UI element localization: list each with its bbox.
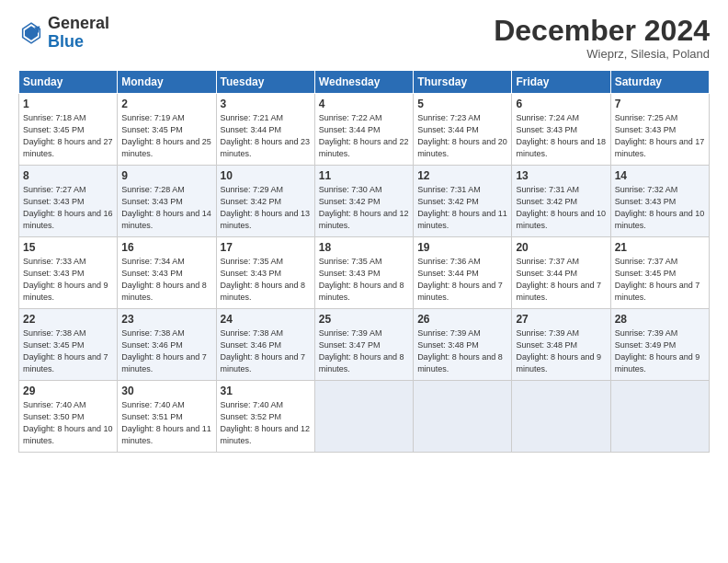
day-info: Sunrise: 7:40 AMSunset: 3:52 PMDaylight:… — [221, 399, 311, 447]
calendar-week-row: 15Sunrise: 7:33 AMSunset: 3:43 PMDayligh… — [19, 237, 710, 309]
calendar-cell: 7Sunrise: 7:25 AMSunset: 3:43 PMDaylight… — [610, 94, 709, 166]
day-info: Sunrise: 7:33 AMSunset: 3:43 PMDaylight:… — [23, 256, 113, 304]
weekday-header: Monday — [118, 71, 216, 94]
day-info: Sunrise: 7:35 AMSunset: 3:43 PMDaylight:… — [319, 256, 409, 304]
day-info: Sunrise: 7:22 AMSunset: 3:44 PMDaylight:… — [319, 112, 409, 160]
calendar-cell: 18Sunrise: 7:35 AMSunset: 3:43 PMDayligh… — [314, 237, 413, 309]
calendar-cell: 15Sunrise: 7:33 AMSunset: 3:43 PMDayligh… — [19, 237, 118, 309]
day-number: 6 — [516, 98, 606, 110]
calendar-cell: 2Sunrise: 7:19 AMSunset: 3:45 PMDaylight… — [118, 94, 216, 166]
day-info: Sunrise: 7:25 AMSunset: 3:43 PMDaylight:… — [615, 112, 705, 160]
calendar-cell — [314, 381, 413, 453]
day-number: 7 — [615, 98, 705, 110]
weekday-header: Saturday — [610, 71, 709, 94]
calendar-cell — [512, 381, 610, 453]
day-number: 15 — [23, 241, 113, 254]
day-number: 10 — [221, 169, 311, 182]
calendar-cell: 13Sunrise: 7:31 AMSunset: 3:42 PMDayligh… — [512, 166, 610, 237]
calendar-cell: 11Sunrise: 7:30 AMSunset: 3:42 PMDayligh… — [314, 166, 413, 237]
page: GeneralBlue December 2024 Wieprz, Silesi… — [0, 0, 728, 563]
calendar-week-row: 8Sunrise: 7:27 AMSunset: 3:43 PMDaylight… — [19, 166, 710, 237]
day-info: Sunrise: 7:18 AMSunset: 3:45 PMDaylight:… — [23, 112, 113, 160]
day-number: 25 — [319, 313, 409, 326]
calendar-cell: 6Sunrise: 7:24 AMSunset: 3:43 PMDaylight… — [512, 94, 610, 166]
day-number: 14 — [615, 169, 705, 182]
day-info: Sunrise: 7:32 AMSunset: 3:43 PMDaylight:… — [615, 184, 705, 232]
header: GeneralBlue December 2024 Wieprz, Silesi… — [18, 15, 710, 61]
calendar-cell: 27Sunrise: 7:39 AMSunset: 3:48 PMDayligh… — [512, 309, 610, 381]
calendar-cell: 1Sunrise: 7:18 AMSunset: 3:45 PMDaylight… — [19, 94, 118, 166]
day-number: 12 — [417, 169, 507, 182]
weekday-header: Wednesday — [314, 71, 413, 94]
day-info: Sunrise: 7:19 AMSunset: 3:45 PMDaylight:… — [121, 112, 211, 160]
calendar-cell: 23Sunrise: 7:38 AMSunset: 3:46 PMDayligh… — [118, 309, 216, 381]
day-info: Sunrise: 7:37 AMSunset: 3:44 PMDaylight:… — [516, 256, 606, 304]
day-number: 9 — [121, 169, 211, 182]
logo-icon — [18, 20, 44, 46]
calendar-cell: 28Sunrise: 7:39 AMSunset: 3:49 PMDayligh… — [610, 309, 709, 381]
calendar-cell: 12Sunrise: 7:31 AMSunset: 3:42 PMDayligh… — [414, 166, 512, 237]
day-info: Sunrise: 7:31 AMSunset: 3:42 PMDaylight:… — [417, 184, 507, 232]
calendar-cell: 24Sunrise: 7:38 AMSunset: 3:46 PMDayligh… — [216, 309, 314, 381]
weekday-header: Tuesday — [216, 71, 314, 94]
day-info: Sunrise: 7:21 AMSunset: 3:44 PMDaylight:… — [221, 112, 311, 160]
day-number: 5 — [417, 98, 507, 110]
day-info: Sunrise: 7:40 AMSunset: 3:50 PMDaylight:… — [23, 399, 113, 447]
calendar-week-row: 1Sunrise: 7:18 AMSunset: 3:45 PMDaylight… — [19, 94, 710, 166]
calendar-cell: 29Sunrise: 7:40 AMSunset: 3:50 PMDayligh… — [19, 381, 118, 453]
calendar-cell: 30Sunrise: 7:40 AMSunset: 3:51 PMDayligh… — [118, 381, 216, 453]
calendar-cell: 14Sunrise: 7:32 AMSunset: 3:43 PMDayligh… — [610, 166, 709, 237]
day-number: 23 — [121, 313, 211, 326]
day-info: Sunrise: 7:35 AMSunset: 3:43 PMDaylight:… — [221, 256, 311, 304]
day-number: 2 — [121, 98, 211, 110]
day-info: Sunrise: 7:29 AMSunset: 3:42 PMDaylight:… — [221, 184, 311, 232]
day-info: Sunrise: 7:27 AMSunset: 3:43 PMDaylight:… — [23, 184, 113, 232]
day-number: 28 — [615, 313, 705, 326]
calendar-cell: 5Sunrise: 7:23 AMSunset: 3:44 PMDaylight… — [414, 94, 512, 166]
day-number: 11 — [319, 169, 409, 182]
calendar-cell: 10Sunrise: 7:29 AMSunset: 3:42 PMDayligh… — [216, 166, 314, 237]
day-number: 8 — [23, 169, 113, 182]
calendar-cell — [610, 381, 709, 453]
calendar-cell: 26Sunrise: 7:39 AMSunset: 3:48 PMDayligh… — [414, 309, 512, 381]
day-info: Sunrise: 7:40 AMSunset: 3:51 PMDaylight:… — [121, 399, 211, 447]
day-number: 31 — [221, 385, 311, 397]
day-number: 30 — [121, 385, 211, 397]
location-subtitle: Wieprz, Silesia, Poland — [494, 47, 710, 61]
day-number: 24 — [221, 313, 311, 326]
calendar-cell: 16Sunrise: 7:34 AMSunset: 3:43 PMDayligh… — [118, 237, 216, 309]
calendar-week-row: 22Sunrise: 7:38 AMSunset: 3:45 PMDayligh… — [19, 309, 710, 381]
day-info: Sunrise: 7:38 AMSunset: 3:46 PMDaylight:… — [121, 327, 211, 375]
day-number: 22 — [23, 313, 113, 326]
calendar-cell: 4Sunrise: 7:22 AMSunset: 3:44 PMDaylight… — [314, 94, 413, 166]
weekday-header: Thursday — [414, 71, 512, 94]
day-number: 4 — [319, 98, 409, 110]
calendar-cell: 31Sunrise: 7:40 AMSunset: 3:52 PMDayligh… — [216, 381, 314, 453]
day-number: 13 — [516, 169, 606, 182]
calendar-cell: 9Sunrise: 7:28 AMSunset: 3:43 PMDaylight… — [118, 166, 216, 237]
logo: GeneralBlue — [18, 15, 109, 52]
calendar-cell — [414, 381, 512, 453]
calendar-cell: 8Sunrise: 7:27 AMSunset: 3:43 PMDaylight… — [19, 166, 118, 237]
day-number: 17 — [221, 241, 311, 254]
calendar-cell: 17Sunrise: 7:35 AMSunset: 3:43 PMDayligh… — [216, 237, 314, 309]
day-number: 3 — [221, 98, 311, 110]
day-info: Sunrise: 7:23 AMSunset: 3:44 PMDaylight:… — [417, 112, 507, 160]
month-title: December 2024 — [494, 15, 710, 47]
day-info: Sunrise: 7:37 AMSunset: 3:45 PMDaylight:… — [615, 256, 705, 304]
day-info: Sunrise: 7:31 AMSunset: 3:42 PMDaylight:… — [516, 184, 606, 232]
day-number: 21 — [615, 241, 705, 254]
day-info: Sunrise: 7:38 AMSunset: 3:46 PMDaylight:… — [221, 327, 311, 375]
calendar-cell: 3Sunrise: 7:21 AMSunset: 3:44 PMDaylight… — [216, 94, 314, 166]
day-info: Sunrise: 7:34 AMSunset: 3:43 PMDaylight:… — [121, 256, 211, 304]
day-info: Sunrise: 7:30 AMSunset: 3:42 PMDaylight:… — [319, 184, 409, 232]
calendar-cell: 25Sunrise: 7:39 AMSunset: 3:47 PMDayligh… — [314, 309, 413, 381]
day-number: 26 — [417, 313, 507, 326]
logo-text: GeneralBlue — [48, 15, 109, 52]
day-number: 19 — [417, 241, 507, 254]
calendar-cell: 20Sunrise: 7:37 AMSunset: 3:44 PMDayligh… — [512, 237, 610, 309]
day-info: Sunrise: 7:39 AMSunset: 3:47 PMDaylight:… — [319, 327, 409, 375]
day-number: 18 — [319, 241, 409, 254]
calendar-cell: 22Sunrise: 7:38 AMSunset: 3:45 PMDayligh… — [19, 309, 118, 381]
day-info: Sunrise: 7:38 AMSunset: 3:45 PMDaylight:… — [23, 327, 113, 375]
